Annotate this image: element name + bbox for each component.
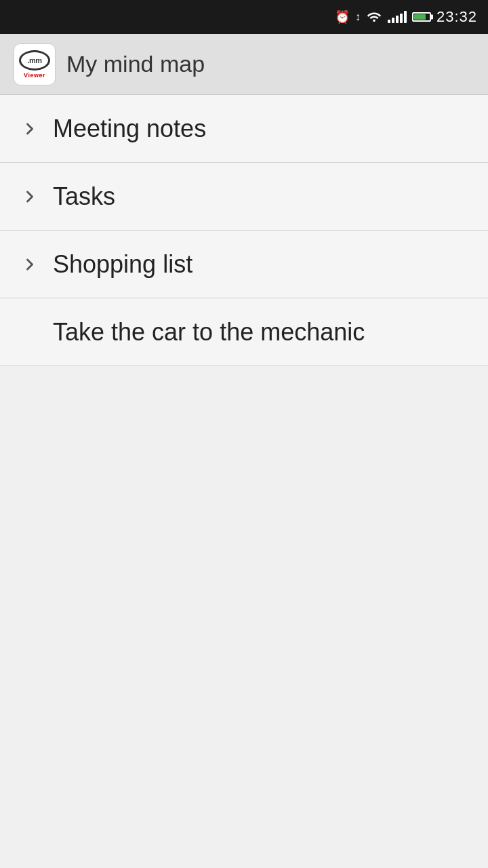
logo-viewer-text: Viewer — [24, 72, 45, 79]
status-bar: ⏰ ↕ 23:32 — [0, 0, 488, 34]
chevron-right-icon — [20, 119, 39, 138]
tasks-label: Tasks — [53, 182, 115, 211]
list-item-meeting-notes[interactable]: Meeting notes — [0, 95, 488, 163]
chevron-right-icon — [20, 255, 39, 274]
app-logo: .mm Viewer — [14, 43, 56, 85]
transfer-icon: ↕ — [355, 11, 361, 23]
take-car-label: Take the car to the mechanic — [53, 318, 365, 347]
meeting-notes-label: Meeting notes — [53, 115, 206, 143]
logo-text: .mm — [27, 56, 41, 64]
status-time: 23:32 — [436, 8, 477, 26]
chevron-right-icon — [20, 187, 39, 206]
status-icons: ⏰ ↕ 23:32 — [335, 8, 477, 26]
signal-icon — [388, 11, 407, 23]
shopping-list-label: Shopping list — [53, 250, 192, 279]
alarm-icon: ⏰ — [335, 9, 350, 24]
battery-icon — [412, 12, 431, 22]
wifi-icon — [366, 9, 382, 25]
app-header: .mm Viewer My mind map — [0, 34, 488, 95]
logo-oval: .mm — [19, 50, 50, 71]
list-item-shopping-list[interactable]: Shopping list — [0, 231, 488, 298]
list-item-take-car[interactable]: Take the car to the mechanic — [0, 298, 488, 366]
list-item-tasks[interactable]: Tasks — [0, 163, 488, 231]
list-container: Meeting notes Tasks Shopping list Take t… — [0, 95, 488, 366]
app-title: My mind map — [66, 51, 205, 77]
